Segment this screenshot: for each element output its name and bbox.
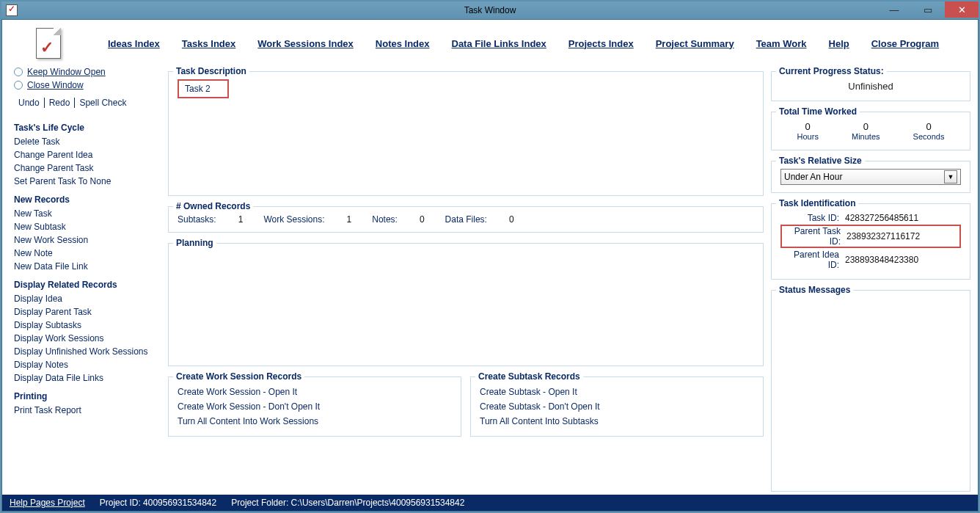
radio-label: Close Window xyxy=(27,80,84,90)
menu-projects-index[interactable]: Projects Index xyxy=(568,38,634,49)
redo-link[interactable]: Redo xyxy=(45,98,76,108)
section-task-life-cycle: Task's Life Cycle xyxy=(14,123,161,133)
legend-create-ws-records: Create Work Session Records xyxy=(173,371,304,382)
value-parent-task-id: 238932327116172 xyxy=(846,231,920,241)
menu-notes-index[interactable]: Notes Index xyxy=(376,38,430,49)
group-planning: Planning xyxy=(168,243,764,366)
combo-relative-size[interactable]: Under An Hour ▼ xyxy=(780,169,961,185)
row-parent-task-id: Parent Task ID:238932327116172 xyxy=(780,225,961,248)
label-parent-task-id: Parent Task ID: xyxy=(782,226,841,247)
group-relative-size: Task's Relative Size Under An Hour ▼ xyxy=(771,161,970,193)
legend-create-subtask-records: Create Subtask Records xyxy=(475,371,583,382)
spell-check-link[interactable]: Spell Check xyxy=(75,98,131,108)
legend-planning: Planning xyxy=(173,238,216,248)
menu-ideas-index[interactable]: Ideas Index xyxy=(108,38,160,49)
combo-selected-value: Under An Hour xyxy=(784,172,842,182)
value-task-id: 428327256485611 xyxy=(845,213,918,223)
link-delete-task[interactable]: Delete Task xyxy=(14,136,161,148)
link-change-parent-idea[interactable]: Change Parent Idea xyxy=(14,149,161,161)
value-work-sessions: 1 xyxy=(347,214,352,225)
link-create-ws-no-open[interactable]: Create Work Session - Don't Open It xyxy=(178,399,452,414)
radio-close-window[interactable]: Close Window xyxy=(14,80,161,90)
value-progress-status: Unfinished xyxy=(780,79,961,93)
radio-icon xyxy=(14,68,23,76)
group-create-work-session-records: Create Work Session Records Create Work … xyxy=(168,376,461,437)
link-create-ws-open[interactable]: Create Work Session - Open It xyxy=(178,385,452,399)
legend-relative-size: Task's Relative Size xyxy=(776,156,865,166)
link-display-notes[interactable]: Display Notes xyxy=(14,359,161,371)
link-new-data-file-link[interactable]: New Data File Link xyxy=(14,261,161,272)
legend-total-time: Total Time Worked xyxy=(776,106,860,117)
link-display-work-sessions[interactable]: Display Work Sessions xyxy=(14,332,161,344)
group-task-identification: Task Identification Task ID:428327256485… xyxy=(771,203,970,280)
section-display-related: Display Related Records xyxy=(14,280,161,290)
legend-status-messages: Status Messages xyxy=(776,285,853,295)
label-seconds: Seconds xyxy=(913,132,945,141)
link-display-idea[interactable]: Display Idea xyxy=(14,293,161,305)
label-task-id: Task ID: xyxy=(780,213,839,223)
link-new-note[interactable]: New Note xyxy=(14,247,161,259)
label-parent-idea-id: Parent Idea ID: xyxy=(780,250,839,270)
section-printing: Printing xyxy=(14,391,161,401)
radio-keep-window-open[interactable]: Keep Window Open xyxy=(14,67,161,77)
maximize-button[interactable]: ▭ xyxy=(911,1,945,18)
minimize-button[interactable]: — xyxy=(877,1,911,18)
label-notes: Notes: xyxy=(372,214,398,225)
footer-project-folder: Project Folder: C:\Users\Darren\Projects… xyxy=(231,498,464,508)
link-new-work-session[interactable]: New Work Session xyxy=(14,234,161,246)
label-subtasks: Subtasks: xyxy=(178,214,216,225)
link-set-parent-task-none[interactable]: Set Parent Task To None xyxy=(14,175,161,187)
menu-tasks-index[interactable]: Tasks Index xyxy=(182,38,235,49)
label-minutes: Minutes xyxy=(852,132,880,141)
footer-project-id: Project ID: 400956931534842 xyxy=(100,498,216,508)
value-hours: 0 xyxy=(797,121,819,132)
legend-progress-status: Current Progress Status: xyxy=(776,66,887,76)
link-turn-content-ws[interactable]: Turn All Content Into Work Sessions xyxy=(178,414,452,429)
menu-work-sessions-index[interactable]: Work Sessions Index xyxy=(257,38,354,49)
legend-task-identification: Task Identification xyxy=(776,198,858,208)
footer-help-pages-link[interactable]: Help Pages Project xyxy=(10,498,85,508)
left-panel: Keep Window Open Close Window Undo Redo … xyxy=(14,67,161,492)
right-panel: Current Progress Status: Unfinished Tota… xyxy=(771,67,970,492)
link-create-subtask-open[interactable]: Create Subtask - Open It xyxy=(480,385,754,399)
menu-project-summary[interactable]: Project Summary xyxy=(656,38,734,49)
undo-link[interactable]: Undo xyxy=(14,98,45,108)
radio-label: Keep Window Open xyxy=(27,67,106,77)
center-panel: Task Description Task 2 # Owned Records … xyxy=(168,67,764,492)
link-create-subtask-no-open[interactable]: Create Subtask - Don't Open It xyxy=(480,399,754,414)
legend-owned-records: # Owned Records xyxy=(173,201,253,211)
group-progress-status: Current Progress Status: Unfinished xyxy=(771,71,970,101)
link-change-parent-task[interactable]: Change Parent Task xyxy=(14,162,161,174)
group-status-messages: Status Messages xyxy=(771,290,970,492)
menu-help[interactable]: Help xyxy=(829,38,849,49)
app-icon: ✓ xyxy=(34,26,64,60)
menu-data-file-links-index[interactable]: Data File Links Index xyxy=(452,38,546,49)
task-description-input[interactable]: Task 2 xyxy=(178,79,229,98)
label-work-sessions: Work Sessions: xyxy=(263,214,324,225)
link-display-unfinished-ws[interactable]: Display Unfinished Work Sessions xyxy=(14,346,161,357)
value-data-files: 0 xyxy=(509,214,514,225)
link-new-task[interactable]: New Task xyxy=(14,208,161,219)
section-new-records: New Records xyxy=(14,194,161,205)
menu-close-program[interactable]: Close Program xyxy=(871,38,939,49)
label-hours: Hours xyxy=(797,132,819,141)
window-title: Task Window xyxy=(1,5,979,15)
menu-team-work[interactable]: Team Work xyxy=(756,38,807,49)
label-data-files: Data Files: xyxy=(445,214,487,225)
group-total-time-worked: Total Time Worked 0Hours 0Minutes 0Secon… xyxy=(771,112,970,150)
link-new-subtask[interactable]: New Subtask xyxy=(14,221,161,233)
value-seconds: 0 xyxy=(913,121,945,132)
status-bar: Help Pages Project Project ID: 400956931… xyxy=(2,495,978,511)
value-parent-idea-id: 238893848423380 xyxy=(845,255,918,265)
value-subtasks: 1 xyxy=(238,214,244,225)
link-print-task-report[interactable]: Print Task Report xyxy=(14,404,161,416)
link-display-subtasks[interactable]: Display Subtasks xyxy=(14,319,161,331)
group-task-description: Task Description Task 2 xyxy=(168,71,764,196)
group-owned-records: # Owned Records Subtasks:1 Work Sessions… xyxy=(168,206,764,233)
link-display-parent-task[interactable]: Display Parent Task xyxy=(14,306,161,318)
value-notes: 0 xyxy=(420,214,425,225)
link-turn-content-subtasks[interactable]: Turn All Content Into Subtasks xyxy=(480,414,754,429)
radio-icon xyxy=(14,81,23,90)
link-display-data-file-links[interactable]: Display Data File Links xyxy=(14,372,161,384)
close-button[interactable]: ✕ xyxy=(945,1,979,18)
